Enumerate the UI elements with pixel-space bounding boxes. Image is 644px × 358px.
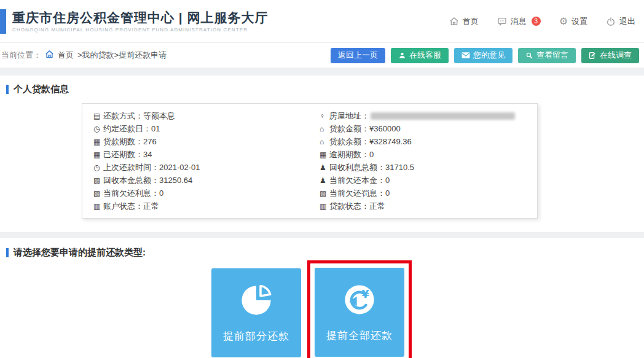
clock-icon: ◷ [93, 125, 103, 133]
loan-row-unpaid-penalty: ▧当前欠还罚息：0 [320, 187, 526, 200]
envelope-icon [461, 52, 470, 59]
full-repay-tile[interactable]: ¥ 提前全部还款 [315, 268, 404, 357]
row-value: 正常 [369, 201, 385, 212]
online-service-button[interactable]: 在线客服 [391, 48, 449, 63]
bank-icon: ⌂ [320, 138, 329, 146]
magnifier-icon [525, 52, 533, 60]
logo-mark [0, 9, 6, 34]
site-subtitle: CHONGQING MUNICIPAL HOUSING PROVIDENT FU… [12, 27, 269, 33]
loan-row-account-status: ▥账户状态：正常 [93, 200, 313, 212]
view-messages-label: 查看留言 [536, 50, 568, 61]
loan-row-house-address: ♀房屋地址： [320, 109, 526, 122]
clock-icon: ◷ [93, 163, 103, 172]
loan-row-last-repay-time: ◷上次还款时间：2021-02-01 [93, 161, 313, 174]
toolbar: 返回上一页 在线客服 您的意见 查看留言 在线调查 [331, 48, 639, 63]
partial-repay-tile[interactable]: 提前部分还款 [211, 268, 301, 357]
breadcrumb-home-icon[interactable] [45, 50, 54, 61]
loan-info-right-column: ♀房屋地址： ⌂贷款金额：¥360000 ⌂贷款余额：¥328749.36 ▦逾… [320, 109, 526, 212]
pin-icon: ♀ [320, 112, 329, 120]
calendar-icon: ▦ [93, 150, 103, 159]
pie-chart-icon [239, 283, 273, 320]
loan-row-loan-balance: ⌂贷款余额：¥328749.36 [320, 135, 526, 148]
nav-home[interactable]: 首页 [449, 16, 479, 27]
loan-row-repaid-periods: ▦已还期数：34 [93, 148, 313, 161]
row-value: ¥360000 [369, 124, 401, 133]
loan-row-recovered-interest: ♟回收利息总额：31710.5 [320, 161, 526, 174]
repay-section-title: 请选择您要申请的提前还款类型: [14, 247, 146, 259]
file-icon: ▥ [320, 202, 329, 211]
row-label: 贷款金额： [329, 123, 369, 134]
row-label: 当前欠还本金： [329, 175, 385, 186]
row-value: 2021-02-01 [159, 163, 200, 172]
calendar-icon: ▦ [320, 150, 329, 159]
nav-logout[interactable]: 退出 [606, 16, 635, 27]
nav-settings[interactable]: ⚙ 设置 [559, 16, 587, 27]
feedback-button[interactable]: 您的意见 [454, 48, 512, 63]
row-label: 逾期期数： [329, 149, 369, 160]
banknote-icon: ▨ [93, 176, 103, 185]
section-marker [6, 248, 9, 257]
row-label: 上次还款时间： [103, 162, 159, 173]
row-label: 房屋地址： [329, 111, 369, 122]
nav-logout-label: 退出 [619, 16, 635, 27]
view-messages-button[interactable]: 查看留言 [518, 48, 576, 63]
site-logo: 重庆市住房公积金管理中心 | 网上服务大厅 CHONGQING MUNICIPA… [12, 10, 269, 33]
banknote-icon: ▧ [93, 189, 103, 198]
row-label: 账户状态： [103, 201, 143, 212]
person-icon [398, 52, 406, 60]
row-value: 01 [151, 124, 160, 133]
section-marker [6, 85, 9, 94]
row-value: 0 [369, 150, 374, 159]
repay-section-header: 请选择您要申请的提前还款类型: [6, 247, 644, 259]
partial-repay-label: 提前部分还款 [223, 329, 289, 343]
breadcrumb-trail: >我的贷款>提前还款申请 [77, 50, 167, 61]
row-label: 回收本金总额： [103, 175, 159, 186]
highlight-box: ¥ 提前全部还款 [307, 260, 412, 358]
site-title: 重庆市住房公积金管理中心 | 网上服务大厅 [12, 10, 269, 26]
loan-row-loan-status: ▥贷款状态：正常 [320, 200, 526, 212]
header: 重庆市住房公积金管理中心 | 网上服务大厅 CHONGQING MUNICIPA… [0, 0, 644, 43]
row-value: 276 [143, 137, 157, 146]
loan-info-panel: 个人贷款信息 ▤还款方式：等额本息 ◷约定还款日：01 ▦贷款期数：276 ▦已… [0, 76, 644, 232]
row-value: 0 [385, 176, 390, 185]
row-label: 贷款余额： [329, 136, 369, 147]
banknote-icon: ▧ [320, 189, 329, 198]
redacted-address [371, 112, 515, 120]
row-value: 34 [143, 150, 152, 159]
row-value: 0 [159, 189, 163, 198]
back-button[interactable]: 返回上一页 [331, 48, 385, 63]
nav-settings-label: 设置 [571, 16, 587, 27]
loan-row-loan-amount: ⌂贷款金额：¥360000 [320, 122, 526, 135]
nav-home-label: 首页 [463, 16, 479, 27]
row-label: 当前欠还罚息： [329, 188, 385, 199]
loan-row-unpaid-interest: ▧当前欠还利息：0 [93, 187, 313, 200]
calendar-icon: ▦ [93, 138, 103, 146]
row-label: 当前欠还利息： [103, 188, 159, 199]
repay-tiles: 提前部分还款 ¥ 提前全部还款 [211, 268, 644, 358]
home-icon [449, 17, 459, 26]
loan-row-overdue-periods: ▦逾期期数：0 [320, 148, 526, 161]
row-label: 回收利息总额： [329, 162, 385, 173]
edit-form-icon [589, 52, 597, 60]
power-icon [606, 17, 616, 26]
moneybag-icon: ♟ [320, 163, 329, 172]
online-survey-label: 在线调查 [600, 50, 632, 61]
online-survey-button[interactable]: 在线调查 [581, 48, 639, 63]
row-label: 约定还款日： [103, 123, 151, 134]
feedback-label: 您的意见 [473, 50, 505, 61]
nav-messages[interactable]: 消息 3 [497, 16, 541, 27]
full-repay-label: 提前全部还款 [326, 329, 393, 343]
row-label: 已还期数： [103, 149, 143, 160]
nav-messages-label: 消息 [511, 16, 527, 27]
online-service-label: 在线客服 [409, 50, 441, 61]
row-value: ¥328749.36 [369, 137, 412, 146]
loan-row-agreed-repay-day: ◷约定还款日：01 [93, 122, 313, 135]
row-value: 等额本息 [143, 111, 175, 122]
breadcrumb-home[interactable]: 首页 [58, 50, 74, 61]
refund-yuan-icon: ¥ [342, 282, 377, 319]
gear-icon: ⚙ [559, 17, 568, 26]
file-icon: ▥ [93, 202, 103, 211]
row-label: 贷款期数： [103, 136, 143, 147]
loan-row-repayment-method: ▤还款方式：等额本息 [93, 109, 313, 122]
breadcrumb-row: 当前位置： 首页 >我的贷款>提前还款申请 返回上一页 在线客服 您的意见 查看… [0, 43, 644, 68]
